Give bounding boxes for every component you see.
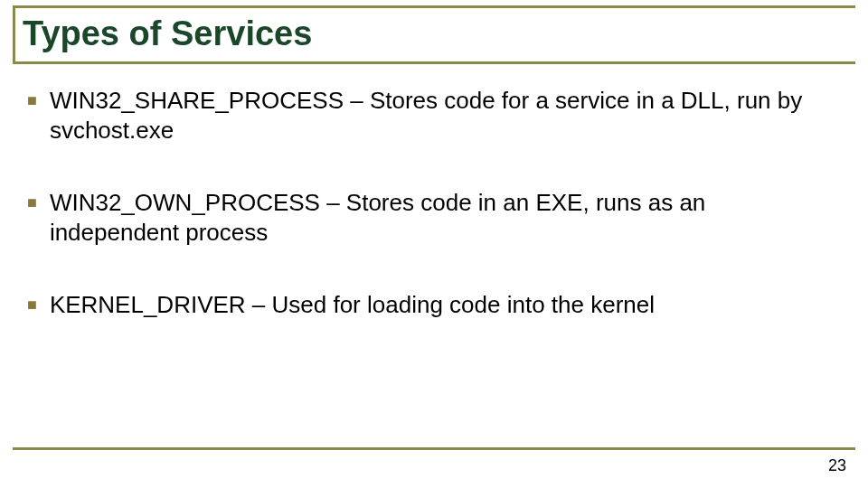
title-underline [13, 61, 855, 64]
bullet-icon: ■ [27, 91, 37, 110]
list-item: ■ KERNEL_DRIVER – Used for loading code … [27, 290, 841, 320]
list-item: ■ WIN32_OWN_PROCESS – Stores code in an … [27, 188, 841, 247]
bullet-text: WIN32_SHARE_PROCESS – Stores code for a … [50, 86, 841, 145]
bullet-icon: ■ [27, 296, 37, 314]
bottom-border-line [13, 447, 855, 450]
page-number: 23 [828, 456, 846, 475]
content-area: ■ WIN32_SHARE_PROCESS – Stores code for … [27, 86, 841, 363]
list-item: ■ WIN32_SHARE_PROCESS – Stores code for … [27, 86, 841, 145]
bullet-text: WIN32_OWN_PROCESS – Stores code in an EX… [50, 188, 841, 247]
slide: Types of Services ■ WIN32_SHARE_PROCESS … [0, 0, 868, 488]
bullet-text: KERNEL_DRIVER – Used for loading code in… [50, 290, 655, 320]
slide-title: Types of Services [23, 14, 312, 53]
title-container: Types of Services [13, 5, 319, 64]
bullet-icon: ■ [27, 193, 37, 212]
